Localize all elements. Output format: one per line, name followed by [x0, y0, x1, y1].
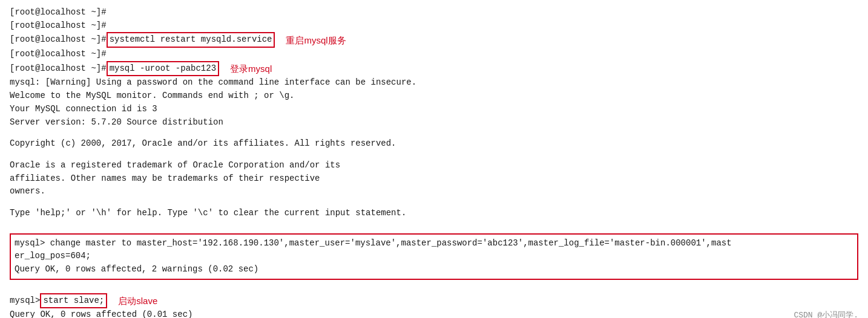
start-slave-cmd: start slave;: [40, 293, 107, 309]
blank-line: [10, 129, 858, 137]
terminal-line: [root@localhost ~]#: [10, 19, 858, 33]
command-annotation: 重启mysql服务: [286, 33, 346, 47]
terminal-text: Copyright (c) 2000, 2017, Oracle and/or …: [10, 137, 396, 151]
terminal-container: [root@localhost ~]#[root@localhost ~]#[r…: [10, 6, 858, 318]
terminal-text: Your MySQL connection id is 3: [10, 103, 157, 116]
watermark: CSDN @小冯同学.: [794, 310, 858, 318]
terminal-line: Your MySQL connection id is 3: [10, 103, 858, 116]
blank-line: [10, 198, 858, 207]
terminal-line: Query OK, 0 rows affected (0.01 sec): [10, 308, 858, 318]
command-line: [root@localhost ~]#mysql -uroot -pabc123…: [10, 61, 858, 77]
terminal-text: Welcome to the MySQL monitor. Commands e…: [10, 89, 294, 103]
start-slave-line: mysql> start slave;启动slave: [10, 293, 858, 309]
command-line: [root@localhost ~]#systemctl restart mys…: [10, 32, 858, 48]
terminal-line: affiliates. Other names may be trademark…: [10, 172, 858, 186]
terminal-line: Welcome to the MySQL monitor. Commands e…: [10, 89, 858, 103]
big-box-line: mysql> change master to master_host='192…: [15, 237, 853, 250]
big-box-line: er_log_pos=604;: [15, 250, 853, 263]
mysql-prompt: mysql>: [10, 294, 40, 308]
terminal-text: Type 'help;' or '\h' for help. Type '\c'…: [10, 207, 406, 220]
terminal-text: mysql: [Warning] Using a password on the…: [10, 76, 416, 89]
command-big-box: mysql> change master to master_host='192…: [10, 233, 858, 280]
blank-line: [10, 220, 858, 229]
command-annotation: 登录mysql: [230, 62, 272, 76]
start-slave-annotation: 启动slave: [118, 294, 157, 308]
terminal-text: affiliates. Other names may be trademark…: [10, 172, 320, 186]
terminal-text: [root@localhost ~]#: [10, 48, 107, 61]
command-box: mysql -uroot -pabc123: [107, 61, 219, 77]
terminal-line: owners.: [10, 185, 858, 198]
prompt: [root@localhost ~]#: [10, 33, 107, 47]
terminal-text: [root@localhost ~]#: [10, 19, 107, 33]
terminal-line: Copyright (c) 2000, 2017, Oracle and/or …: [10, 137, 858, 151]
blank-line: [10, 151, 858, 159]
terminal-line: [root@localhost ~]#: [10, 48, 858, 61]
terminal-text: owners.: [10, 185, 45, 198]
blank-line: [10, 285, 858, 293]
terminal-line: [root@localhost ~]#: [10, 6, 858, 19]
terminal-line: Type 'help;' or '\h' for help. Type '\c'…: [10, 207, 858, 220]
big-box-line: Query OK, 0 rows affected, 2 warnings (0…: [15, 263, 853, 276]
terminal-text: Oracle is a registered trademark of Orac…: [10, 159, 340, 172]
terminal-line: Oracle is a registered trademark of Orac…: [10, 159, 858, 172]
terminal-line: mysql: [Warning] Using a password on the…: [10, 76, 858, 89]
command-box: systemctl restart mysqld.service: [107, 32, 275, 48]
terminal-text: [root@localhost ~]#: [10, 6, 107, 19]
terminal-text: Query OK, 0 rows affected (0.01 sec): [10, 308, 192, 318]
terminal-line: Server version: 5.7.20 Source distributi…: [10, 116, 858, 129]
terminal-text: Server version: 5.7.20 Source distributi…: [10, 116, 223, 129]
prompt: [root@localhost ~]#: [10, 62, 107, 76]
